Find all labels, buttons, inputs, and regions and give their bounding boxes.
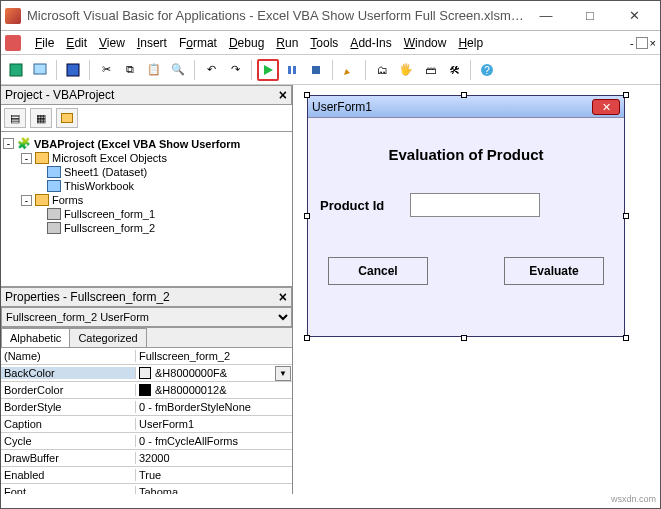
menu-run[interactable]: Run xyxy=(270,34,304,52)
menubar: File Edit View Insert Format Debug Run T… xyxy=(1,31,660,55)
view-code-icon[interactable]: ▤ xyxy=(4,108,26,128)
properties-panel-title: Properties - Fullscreen_form_2 xyxy=(5,290,170,304)
properties-icon[interactable]: 🖐 xyxy=(395,59,417,81)
dropdown-icon[interactable]: ▼ xyxy=(275,366,291,381)
mdi-minimize-icon[interactable]: - xyxy=(630,37,634,49)
menu-file[interactable]: File xyxy=(29,34,60,52)
properties-panel-close-icon[interactable]: × xyxy=(279,289,287,305)
undo-icon[interactable]: ↶ xyxy=(200,59,222,81)
system-menu-icon[interactable] xyxy=(5,35,21,51)
menu-edit[interactable]: Edit xyxy=(60,34,93,52)
menu-insert[interactable]: Insert xyxy=(131,34,173,52)
tab-categorized[interactable]: Categorized xyxy=(69,328,146,347)
selection-handle[interactable] xyxy=(461,92,467,98)
toolbar: ✂ ⧉ 📋 🔍 ↶ ↷ 🗂 🖐 🗃 🛠 ? xyxy=(1,55,660,85)
view-excel-icon[interactable] xyxy=(5,59,27,81)
svg-rect-0 xyxy=(10,64,22,76)
tree-form2[interactable]: Fullscreen_form_2 xyxy=(64,222,155,234)
break-icon[interactable] xyxy=(281,59,303,81)
menu-view[interactable]: View xyxy=(93,34,131,52)
selection-handle[interactable] xyxy=(461,335,467,341)
menu-tools[interactable]: Tools xyxy=(304,34,344,52)
mdi-close-icon[interactable]: × xyxy=(650,37,656,49)
help-icon[interactable]: ? xyxy=(476,59,498,81)
menu-debug[interactable]: Debug xyxy=(223,34,270,52)
selection-handle[interactable] xyxy=(304,335,310,341)
watermark: wsxdn.com xyxy=(1,494,660,508)
tree-excel-objects[interactable]: Microsoft Excel Objects xyxy=(52,152,167,164)
menu-help[interactable]: Help xyxy=(452,34,489,52)
view-object-icon[interactable]: ▦ xyxy=(30,108,52,128)
tree-forms[interactable]: Forms xyxy=(52,194,83,206)
userform-heading: Evaluation of Product xyxy=(320,146,612,163)
project-explorer-icon[interactable]: 🗂 xyxy=(371,59,393,81)
selection-handle[interactable] xyxy=(623,92,629,98)
minimize-button[interactable]: — xyxy=(524,2,568,30)
run-button[interactable] xyxy=(257,59,279,81)
prop-name-key: (Name) xyxy=(1,350,136,362)
project-tree[interactable]: -🧩 VBAProject (Excel VBA Show Userform -… xyxy=(1,132,292,287)
prop-borderstyle-key: BorderStyle xyxy=(1,401,136,413)
paste-icon[interactable]: 📋 xyxy=(143,59,165,81)
design-mode-icon[interactable] xyxy=(338,59,360,81)
toggle-folders-icon[interactable] xyxy=(56,108,78,128)
selection-handle[interactable] xyxy=(623,335,629,341)
object-browser-icon[interactable]: 🗃 xyxy=(419,59,441,81)
svg-text:?: ? xyxy=(484,65,490,76)
prop-cycle-key: Cycle xyxy=(1,435,136,447)
menu-addins[interactable]: Add-Ins xyxy=(344,34,397,52)
menu-format[interactable]: Format xyxy=(173,34,223,52)
insert-userform-icon[interactable] xyxy=(29,59,51,81)
find-icon[interactable]: 🔍 xyxy=(167,59,189,81)
svg-rect-5 xyxy=(293,66,296,74)
copy-icon[interactable]: ⧉ xyxy=(119,59,141,81)
object-selector[interactable]: Fullscreen_form_2 UserForm xyxy=(1,307,292,327)
tree-sheet1[interactable]: Sheet1 (Dataset) xyxy=(64,166,147,178)
properties-grid[interactable]: (Name)Fullscreen_form_2 BackColor&H80000… xyxy=(1,348,292,494)
prop-font-key: Font xyxy=(1,486,136,494)
mdi-restore-icon[interactable] xyxy=(636,37,648,49)
app-icon xyxy=(5,8,21,24)
redo-icon[interactable]: ↷ xyxy=(224,59,246,81)
menu-window[interactable]: Window xyxy=(398,34,453,52)
svg-marker-3 xyxy=(264,65,273,75)
prop-drawbuffer-key: DrawBuffer xyxy=(1,452,136,464)
tree-form1[interactable]: Fullscreen_form_1 xyxy=(64,208,155,220)
tree-root[interactable]: VBAProject (Excel VBA Show Userform xyxy=(34,138,240,150)
toolbox-icon[interactable]: 🛠 xyxy=(443,59,465,81)
prop-drawbuffer-val[interactable]: 32000 xyxy=(136,452,292,464)
prop-caption-val[interactable]: UserForm1 xyxy=(136,418,292,430)
cancel-button[interactable]: Cancel xyxy=(328,257,428,285)
userform-close-icon[interactable]: ✕ xyxy=(592,99,620,115)
product-id-label: Product Id xyxy=(320,198,410,213)
svg-rect-4 xyxy=(288,66,291,74)
selection-handle[interactable] xyxy=(623,213,629,219)
prop-name-val[interactable]: Fullscreen_form_2 xyxy=(136,350,292,362)
svg-rect-6 xyxy=(312,66,320,74)
titlebar: Microsoft Visual Basic for Applications … xyxy=(1,1,660,31)
prop-enabled-key: Enabled xyxy=(1,469,136,481)
tab-alphabetic[interactable]: Alphabetic xyxy=(1,328,70,347)
cut-icon[interactable]: ✂ xyxy=(95,59,117,81)
project-panel-title: Project - VBAProject xyxy=(5,88,114,102)
prop-borderstyle-val[interactable]: 0 - fmBorderStyleNone xyxy=(136,401,292,413)
product-id-input[interactable] xyxy=(410,193,540,217)
form-designer[interactable]: UserForm1 ✕ Evaluation of Product Produc… xyxy=(293,85,660,494)
close-button[interactable]: ✕ xyxy=(612,2,656,30)
prop-cycle-val[interactable]: 0 - fmCycleAllForms xyxy=(136,435,292,447)
prop-bordercolor-val[interactable]: &H80000012& xyxy=(136,384,292,396)
selection-handle[interactable] xyxy=(304,213,310,219)
svg-rect-2 xyxy=(67,64,79,76)
selection-handle[interactable] xyxy=(304,92,310,98)
prop-backcolor-val[interactable]: &H8000000F&▼ xyxy=(136,366,292,381)
evaluate-button[interactable]: Evaluate xyxy=(504,257,604,285)
maximize-button[interactable]: □ xyxy=(568,2,612,30)
prop-font-val[interactable]: Tahoma xyxy=(136,486,292,494)
svg-rect-1 xyxy=(34,64,46,74)
reset-icon[interactable] xyxy=(305,59,327,81)
userform[interactable]: UserForm1 ✕ Evaluation of Product Produc… xyxy=(307,95,625,337)
project-panel-close-icon[interactable]: × xyxy=(279,87,287,103)
save-icon[interactable] xyxy=(62,59,84,81)
tree-thisworkbook[interactable]: ThisWorkbook xyxy=(64,180,134,192)
prop-enabled-val[interactable]: True xyxy=(136,469,292,481)
